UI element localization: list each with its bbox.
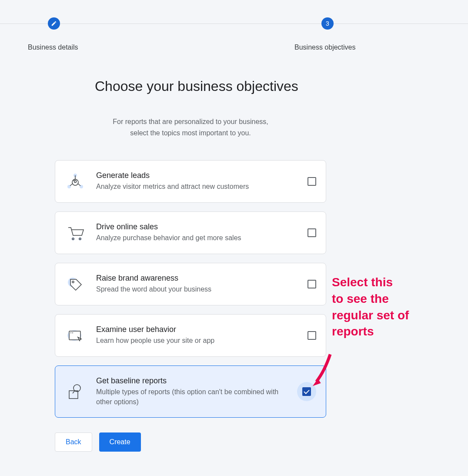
checkbox[interactable] — [308, 177, 316, 186]
card-desc: Analyze purchase behavior and get more s… — [96, 233, 297, 243]
svg-point-13 — [70, 332, 71, 333]
svg-point-4 — [74, 181, 77, 183]
checkbox[interactable] — [308, 228, 316, 237]
tag-icon — [65, 274, 86, 295]
card-title: Raise brand awareness — [96, 274, 297, 283]
card-desc: Analyze visitor metrics and attract new … — [96, 182, 297, 191]
objective-card-brand-awareness[interactable]: Raise brand awareness Spread the word ab… — [55, 263, 326, 305]
report-search-icon — [65, 381, 86, 402]
card-desc: Multiple types of reports (this option c… — [96, 387, 287, 407]
page-heading: Choose your business objectives — [95, 78, 326, 94]
svg-point-14 — [72, 332, 73, 333]
objective-card-baseline-reports[interactable]: Get baseline reports Multiple types of r… — [55, 365, 326, 418]
page-subtext: For reports that are personalized to you… — [55, 116, 326, 138]
step-label: Business details — [28, 44, 78, 51]
back-button[interactable]: Back — [55, 432, 92, 452]
checkbox-halo — [297, 382, 316, 401]
checkbox[interactable] — [302, 387, 311, 396]
card-title: Generate leads — [96, 171, 297, 180]
objective-card-online-sales[interactable]: Drive online sales Analyze purchase beha… — [55, 211, 326, 254]
checkbox[interactable] — [308, 331, 316, 340]
card-title: Drive online sales — [96, 222, 297, 231]
checkbox[interactable] — [308, 280, 316, 288]
svg-line-17 — [73, 391, 75, 393]
card-title: Get baseline reports — [96, 376, 287, 385]
card-desc: Spread the word about your business — [96, 285, 297, 294]
card-desc: Learn how people use your site or app — [96, 336, 297, 345]
step-label: Business objectives — [294, 44, 356, 51]
objective-card-generate-leads[interactable]: Generate leads Analyze visitor metrics a… — [55, 160, 326, 203]
card-title: Examine user behavior — [96, 325, 297, 334]
leads-icon — [65, 171, 86, 192]
annotation-callout: Select this to see the regular set of re… — [332, 274, 409, 340]
objective-card-user-behavior[interactable]: Examine user behavior Learn how people u… — [55, 314, 326, 357]
stepper-step-business-details[interactable]: Business details — [28, 17, 78, 51]
step-number-badge: 3 — [321, 17, 334, 30]
browser-cursor-icon — [65, 325, 86, 346]
create-button[interactable]: Create — [99, 432, 141, 452]
stepper-step-business-objectives[interactable]: 3 Business objectives — [294, 17, 356, 51]
cart-icon — [65, 222, 86, 243]
pencil-icon — [48, 17, 60, 30]
